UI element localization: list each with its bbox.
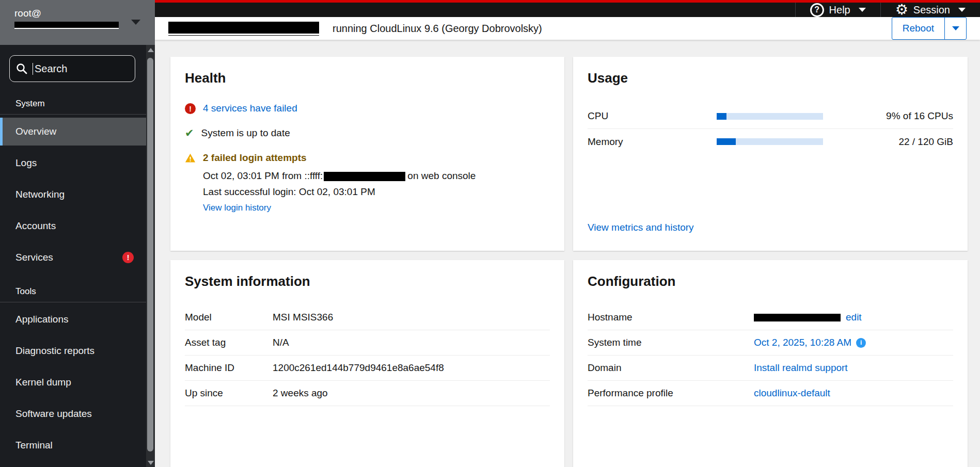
session-menu-button[interactable]: ⚙ Session — [880, 3, 980, 17]
redacted-hostname-value — [754, 314, 841, 321]
sidebar-item-label: Terminal — [15, 440, 53, 451]
app-root: root@ System Overview Logs — [0, 0, 980, 467]
reboot-button[interactable]: Reboot — [892, 18, 944, 39]
scrollbar-thumb[interactable] — [147, 58, 153, 452]
cpu-usage-row: CPU 9% of 16 CPUs — [588, 104, 953, 129]
nav-section-label: System — [0, 87, 155, 114]
os-release-text: running CloudLinux 9.6 (Georgy Dobrovols… — [333, 23, 542, 35]
table-row: Model MSI MSIS366 — [185, 305, 550, 330]
table-row: Hostname edit — [588, 305, 953, 330]
system-time-value: Oct 2, 2025, 10:28 AM i — [754, 337, 866, 348]
info-icon[interactable]: i — [856, 338, 866, 348]
health-title: Health — [185, 70, 550, 86]
up-to-date-item: ✔ System is up to date — [185, 127, 550, 139]
reboot-split-button: Reboot — [892, 17, 967, 40]
hostname-label: Hostname — [588, 312, 754, 323]
failed-services-link[interactable]: 4 services have failed — [203, 103, 297, 114]
table-row: Performance profile cloudlinux-default — [588, 381, 953, 406]
system-time-label: System time — [588, 337, 754, 348]
cpu-progress-bar — [717, 113, 823, 120]
sidebar-item-label: Applications — [15, 314, 68, 325]
failed-logins-details: 2 failed login attempts Oct 02, 03:01 PM… — [203, 152, 476, 213]
warning-icon — [185, 153, 196, 164]
sidebar-item-label: Overview — [15, 126, 56, 137]
reboot-dropdown-toggle[interactable] — [944, 18, 966, 39]
machine-id-label: Machine ID — [185, 362, 273, 374]
sidebar-item-networking[interactable]: Networking — [0, 181, 146, 208]
search-input[interactable] — [33, 63, 120, 75]
sidebar-nav: System Overview Logs Networking Accounts — [0, 87, 155, 459]
sidebar-item-label: Accounts — [15, 220, 56, 232]
model-label: Model — [185, 312, 273, 323]
sidebar-item-label: Networking — [15, 189, 65, 200]
help-icon: ? — [810, 3, 824, 17]
system-time-link[interactable]: Oct 2, 2025, 10:28 AM — [754, 337, 851, 348]
sidebar-item-label: Software updates — [15, 408, 92, 420]
usage-card: Usage CPU 9% of 16 CPUs Memory 22 / 120 … — [573, 57, 968, 251]
section-divider — [0, 302, 146, 302]
usage-table: CPU 9% of 16 CPUs Memory 22 / 120 GiB — [588, 104, 953, 154]
table-row: Machine ID 1200c261ed144b779d9461e8a6ae5… — [185, 356, 550, 381]
up-to-date-text: System is up to date — [201, 127, 290, 139]
install-realmd-link[interactable]: Install realmd support — [754, 362, 848, 374]
chevron-down-icon — [958, 8, 966, 12]
sidebar-item-kernel-dump[interactable]: Kernel dump — [0, 368, 146, 396]
machine-id-value: 1200c261ed144b779d9461e8a6ae54f8 — [273, 362, 444, 374]
failed-services-item: ! 4 services have failed — [185, 103, 550, 114]
sidebar-item-software-updates[interactable]: Software updates — [0, 400, 146, 428]
asset-tag-label: Asset tag — [185, 337, 273, 348]
search-box — [9, 55, 135, 82]
sidebar-scrollbar[interactable] — [146, 45, 155, 467]
logged-in-user: root@ — [14, 7, 140, 20]
performance-profile-link[interactable]: cloudlinux-default — [754, 388, 830, 399]
health-list: ! 4 services have failed ✔ System is up … — [185, 103, 550, 213]
configuration-card: Configuration Hostname edit System time … — [573, 260, 968, 467]
services-alert-badge: ! — [122, 252, 134, 263]
view-metrics-link[interactable]: View metrics and history — [588, 222, 953, 233]
memory-label: Memory — [588, 136, 717, 148]
scroll-down-arrow-icon[interactable] — [148, 461, 154, 465]
host-switcher[interactable]: root@ — [0, 0, 155, 45]
performance-profile-value: cloudlinux-default — [754, 388, 830, 399]
error-icon: ! — [185, 103, 196, 114]
nav-section-tools: Tools Applications Diagnostic reports Ke… — [0, 275, 155, 459]
sidebar-item-label: Logs — [15, 157, 37, 169]
cpu-label: CPU — [588, 110, 717, 122]
help-menu-button[interactable]: ? Help — [795, 3, 880, 17]
main-column: ? Help ⚙ Session running CloudLinux 9.6 … — [155, 0, 980, 467]
redacted-sidebar-hostname — [14, 22, 119, 29]
gear-icon: ⚙ — [895, 3, 908, 17]
hostname-edit-link[interactable]: edit — [846, 312, 862, 323]
failed-logins-title: 2 failed login attempts — [203, 152, 476, 164]
table-row: System time Oct 2, 2025, 10:28 AM i — [588, 330, 953, 356]
failed-login-detail: Oct 02, 03:01 PM from ::ffff:on web cons… — [203, 168, 476, 184]
failed-logins-item: 2 failed login attempts Oct 02, 03:01 PM… — [185, 152, 550, 213]
failed-login-prefix: Oct 02, 03:01 PM from ::ffff: — [203, 170, 323, 181]
sidebar-item-label: Kernel dump — [15, 377, 71, 388]
scroll-up-arrow-icon[interactable] — [148, 48, 154, 52]
domain-value: Install realmd support — [754, 362, 848, 374]
sidebar-item-applications[interactable]: Applications — [0, 305, 146, 333]
sidebar-item-services[interactable]: Services ! — [0, 244, 146, 271]
redacted-host-link[interactable] — [168, 22, 319, 35]
cpu-usage-value: 9% of 16 CPUs — [823, 110, 953, 122]
session-menu-label: Session — [913, 4, 950, 16]
memory-progress-bar — [717, 138, 823, 145]
configuration-table: Hostname edit System time Oct 2, 2025, 1… — [588, 305, 953, 406]
sidebar-item-accounts[interactable]: Accounts — [0, 212, 146, 240]
nav-section-label: Tools — [0, 275, 155, 302]
search-icon — [16, 63, 27, 74]
table-row: Up since 2 weeks ago — [185, 381, 550, 406]
memory-usage-row: Memory 22 / 120 GiB — [588, 129, 953, 154]
sidebar-item-logs[interactable]: Logs — [0, 149, 146, 177]
masthead: ? Help ⚙ Session — [155, 0, 980, 17]
sidebar-item-overview[interactable]: Overview — [0, 118, 146, 146]
health-card: Health ! 4 services have failed ✔ System… — [170, 57, 564, 251]
view-login-history-link[interactable]: View login history — [203, 203, 271, 213]
sidebar-item-terminal[interactable]: Terminal — [0, 431, 146, 459]
chevron-down-icon — [859, 8, 866, 12]
chevron-down-icon — [952, 26, 959, 30]
table-row: Asset tag N/A — [185, 330, 550, 356]
last-login-text: Last successful login: Oct 02, 03:01 PM — [203, 184, 476, 200]
sidebar-item-diagnostic-reports[interactable]: Diagnostic reports — [0, 337, 146, 365]
